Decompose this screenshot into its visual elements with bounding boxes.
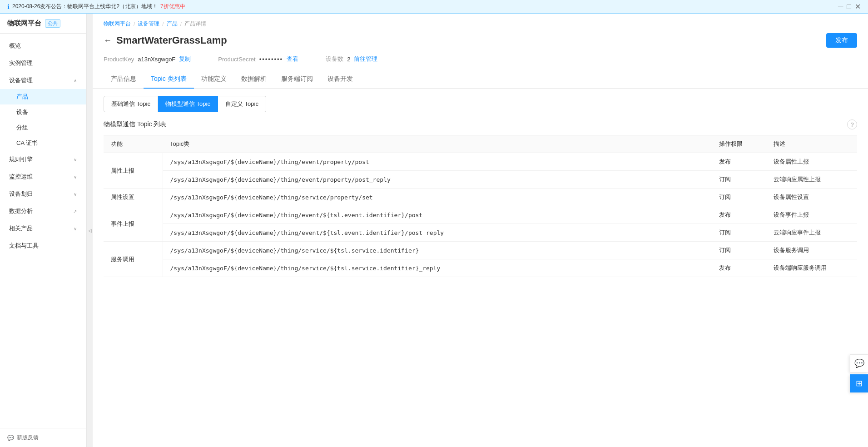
product-key-label: ProductKey — [104, 56, 134, 63]
table-row: /sys/a13nXsgwgoF/${deviceName}/thing/ser… — [104, 259, 857, 277]
table-row: 服务调用/sys/a13nXsgwgoF/${deviceName}/thing… — [104, 242, 857, 259]
desc-cell: 云端响应事件上报 — [766, 224, 857, 242]
feedback-icon: 💬 — [7, 435, 14, 441]
breadcrumb-platform[interactable]: 物联网平台 — [104, 20, 131, 28]
table-row: /sys/a13nXsgwgoF/${deviceName}/thing/eve… — [104, 171, 857, 189]
sidebar-item-ca-cert[interactable]: CA 证书 — [0, 135, 86, 151]
sidebar-item-device[interactable]: 设备 — [0, 104, 86, 120]
announcement-link[interactable]: 7折优惠中 — [160, 3, 185, 10]
topic-cell: /sys/a13nXsgwgoF/${deviceName}/thing/eve… — [163, 206, 712, 224]
help-button[interactable]: ? — [847, 119, 857, 129]
sidebar-group-device-assign[interactable]: 设备划归 ∨ — [0, 185, 86, 203]
copy-button[interactable]: 复制 — [179, 55, 191, 63]
minimize-icon[interactable]: ─ — [838, 3, 843, 10]
desc-cell: 设备端响应服务调用 — [766, 259, 857, 277]
topic-cell: /sys/a13nXsgwgoF/${deviceName}/thing/eve… — [163, 153, 712, 171]
tab-product-info[interactable]: 产品信息 — [104, 70, 144, 89]
page-title: SmartWaterGrassLamp — [116, 35, 227, 46]
topic-cell: /sys/a13nXsgwgoF/${deviceName}/thing/eve… — [163, 224, 712, 242]
desc-cell: 设备服务调用 — [766, 242, 857, 259]
sidebar-group-related[interactable]: 相关产品 ∨ — [0, 220, 86, 237]
settings-icon: ⊞ — [856, 378, 863, 388]
perm-cell: 订阅 — [712, 242, 766, 259]
sidebar-item-overview[interactable]: 概览 — [0, 37, 86, 55]
desc-cell: 云端响应属性上报 — [766, 171, 857, 189]
breadcrumb-current: 产品详情 — [184, 20, 206, 28]
manage-devices-button[interactable]: 前往管理 — [354, 55, 377, 63]
desc-cell: 设备事件上报 — [766, 206, 857, 224]
publish-button[interactable]: 发布 — [826, 33, 857, 48]
perm-cell: 订阅 — [712, 224, 766, 242]
func-cell: 属性上报 — [104, 153, 163, 189]
product-secret-item: ProductSecret •••••••• 查看 — [218, 55, 298, 63]
sidebar-item-docs[interactable]: 文档与工具 — [0, 237, 86, 254]
window-controls: ─ □ ✕ — [838, 3, 861, 10]
sidebar-item-instance[interactable]: 实例管理 — [0, 55, 86, 72]
topic-cell: /sys/a13nXsgwgoF/${deviceName}/thing/eve… — [163, 171, 712, 189]
sidebar-item-group[interactable]: 分组 — [0, 120, 86, 135]
col-perm: 操作权限 — [712, 135, 766, 153]
view-secret-button[interactable]: 查看 — [287, 55, 298, 63]
topic-cell: /sys/a13nXsgwgoF/${deviceName}/thing/ser… — [163, 189, 712, 206]
tab-server-sub[interactable]: 服务端订阅 — [274, 70, 320, 89]
chevron-down-icon: ∨ — [74, 174, 77, 179]
table-container: 功能 Topic类 操作权限 描述 属性上报/sys/a13nXsgwgoF/$… — [93, 135, 868, 288]
perm-cell: 订阅 — [712, 189, 766, 206]
main-tabs: 产品信息 Topic 类列表 功能定义 数据解析 服务端订阅 设备开发 — [93, 70, 868, 89]
perm-cell: 发布 — [712, 153, 766, 171]
maximize-icon[interactable]: □ — [847, 3, 851, 10]
func-cell: 服务调用 — [104, 242, 163, 277]
breadcrumb-device-mgmt[interactable]: 设备管理 — [138, 20, 159, 28]
info-icon: ℹ — [7, 3, 10, 10]
breadcrumb: 物联网平台 / 设备管理 / 产品 / 产品详情 — [93, 14, 868, 28]
tab-dev-develop[interactable]: 设备开发 — [320, 70, 360, 89]
chat-float-button[interactable]: 💬 — [850, 354, 868, 372]
col-desc: 描述 — [766, 135, 857, 153]
tab-func-def[interactable]: 功能定义 — [194, 70, 234, 89]
sub-tab-custom-topic[interactable]: 自定义 Topic — [218, 96, 266, 112]
table-row: 属性设置/sys/a13nXsgwgoF/${deviceName}/thing… — [104, 189, 857, 206]
sub-tab-model-topic[interactable]: 物模型通信 Topic — [158, 96, 218, 112]
section-title: 物模型通信 Topic 列表 — [104, 120, 166, 129]
sidebar-nav: 概览 实例管理 设备管理 ∧ 产品 设备 分组 CA 证书 规则引擎 — [0, 34, 86, 428]
table-row: 事件上报/sys/a13nXsgwgoF/${deviceName}/thing… — [104, 206, 857, 224]
sidebar-collapse-handle[interactable]: ◁ — [86, 14, 93, 447]
sidebar-group-rules[interactable]: 规则引擎 ∨ — [0, 151, 86, 168]
table-row: /sys/a13nXsgwgoF/${deviceName}/thing/eve… — [104, 224, 857, 242]
settings-float-button[interactable]: ⊞ — [850, 374, 868, 392]
tab-topic-list[interactable]: Topic 类列表 — [144, 70, 194, 89]
back-button[interactable]: ← — [104, 36, 112, 45]
tab-data-parse[interactable]: 数据解析 — [234, 70, 274, 89]
sidebar-group-monitor[interactable]: 监控运维 ∨ — [0, 168, 86, 185]
table-row: 属性上报/sys/a13nXsgwgoF/${deviceName}/thing… — [104, 153, 857, 171]
product-secret-label: ProductSecret — [218, 56, 255, 63]
chevron-up-icon: ∧ — [74, 78, 77, 83]
func-cell: 事件上报 — [104, 206, 163, 242]
product-key-value: a13nXsgwgoF — [138, 56, 175, 63]
topic-cell: /sys/a13nXsgwgoF/${deviceName}/thing/ser… — [163, 259, 712, 277]
page-header: ← SmartWaterGrassLamp 发布 — [93, 28, 868, 55]
chevron-down-icon: ∨ — [74, 192, 77, 197]
product-key-item: ProductKey a13nXsgwgoF 复制 — [104, 55, 191, 63]
close-icon[interactable]: ✕ — [855, 3, 861, 10]
sidebar-header: 物联网平台 公共 — [0, 14, 86, 34]
collapse-icon: ◁ — [88, 228, 92, 233]
desc-cell: 设备属性上报 — [766, 153, 857, 171]
perm-cell: 发布 — [712, 206, 766, 224]
sidebar-item-product[interactable]: 产品 — [0, 89, 86, 104]
sidebar-footer[interactable]: 💬 新版反馈 — [0, 428, 86, 447]
device-count-value: 2 — [347, 56, 350, 63]
col-func: 功能 — [104, 135, 163, 153]
desc-cell: 设备属性设置 — [766, 189, 857, 206]
perm-cell: 订阅 — [712, 171, 766, 189]
chevron-down-icon: ∨ — [74, 157, 77, 162]
sidebar-item-data-analysis[interactable]: 数据分析 ↗ — [0, 203, 86, 220]
sub-tab-basic-topic[interactable]: 基础通信 Topic — [104, 96, 158, 112]
col-topic: Topic类 — [163, 135, 712, 153]
func-cell: 属性设置 — [104, 189, 163, 206]
breadcrumb-product[interactable]: 产品 — [167, 20, 178, 28]
sidebar-group-device-mgmt[interactable]: 设备管理 ∧ — [0, 72, 86, 89]
content-area: 物联网平台 / 设备管理 / 产品 / 产品详情 ← SmartWaterGra… — [93, 14, 868, 447]
platform-tag: 公共 — [45, 19, 60, 28]
platform-name: 物联网平台 — [7, 19, 41, 28]
